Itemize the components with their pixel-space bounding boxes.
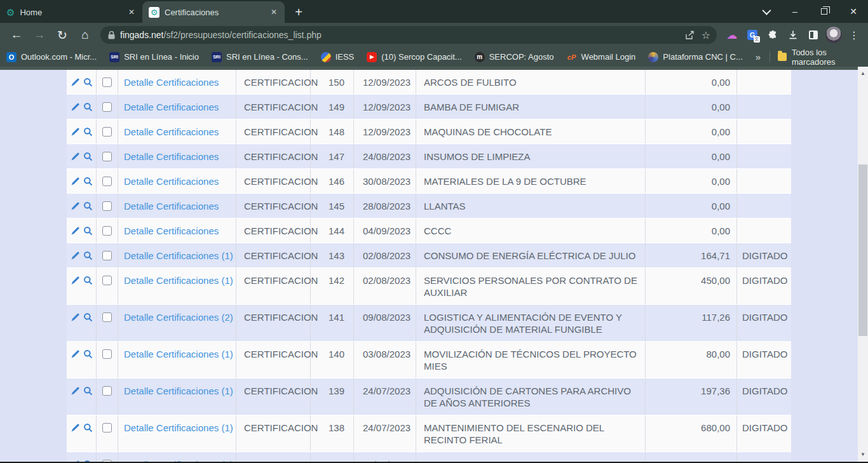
tab-close-icon[interactable]: ✕ [126,6,137,18]
view-magnifier-icon[interactable] [83,77,93,87]
view-magnifier-icon[interactable] [83,349,93,359]
view-magnifier-icon[interactable] [83,201,93,211]
edit-pencil-icon[interactable] [71,226,80,236]
back-button[interactable]: ← [7,25,26,44]
fecha-cell: 02/08/2023 [354,268,416,304]
weather-extension-icon[interactable]: ☁ [723,26,741,44]
bookmark-favicon [567,52,577,62]
share-icon[interactable] [681,27,698,43]
detail-certifications-link[interactable]: Detalle Certificaciones (1) [124,349,233,359]
bookmark-item[interactable]: SRI en Línea - Inicio [109,52,199,62]
detail-certifications-link[interactable]: Detalle Certificaciones (2) [124,312,233,323]
row-checkbox[interactable] [102,312,112,322]
edit-pencil-icon[interactable] [71,177,80,186]
bookmark-item[interactable]: (10) Sercop Capacit... [367,52,461,62]
valor-cell: 0,00 [646,70,737,94]
detail-certifications-link[interactable]: Detalle Certificaciones [124,126,219,137]
side-panel-icon[interactable] [804,26,822,44]
profile-avatar[interactable] [825,26,843,44]
bookmark-item[interactable]: Outlook.com - Micr... [6,52,97,62]
bookmark-item[interactable]: Webmail Login [567,52,636,62]
detail-certifications-link[interactable]: Detalle Certificaciones [124,151,219,162]
tab-certificaciones[interactable]: ⚙ Certificaciones ✕ [142,1,285,23]
bookmark-item[interactable]: IESS [321,52,355,62]
tab-home[interactable]: ⚙ Home ✕ [0,1,142,23]
descripcion-cell: CCCC [416,218,646,243]
row-checkbox[interactable] [102,251,112,260]
detail-certifications-link[interactable]: Detalle Certificaciones [124,102,219,112]
edit-pencil-icon[interactable] [71,312,80,322]
descripcion-cell: CONSUMO DE ENERGÍA ELÉCTRICA DE JULIO [416,243,646,267]
all-bookmarks-label[interactable]: Todos los marcadores [792,48,862,67]
home-button[interactable]: ⌂ [76,25,95,44]
reload-button[interactable]: ↻ [53,25,72,44]
edit-pencil-icon[interactable] [71,127,80,137]
close-button[interactable]: ✕ [839,0,868,23]
row-checkbox[interactable] [102,152,112,161]
row-checkbox-cell [97,268,118,304]
view-magnifier-icon[interactable] [83,276,93,285]
bookmark-item[interactable]: SRI en Línea - Cons... [212,52,308,62]
translate-extension-icon[interactable]: G [743,26,761,44]
view-magnifier-icon[interactable] [83,226,93,236]
window-controls: – ✕ [751,0,868,23]
row-checkbox[interactable] [102,386,112,396]
detail-certifications-link[interactable]: Detalle Certificaciones [124,201,219,211]
row-checkbox-cell [97,243,118,267]
view-magnifier-icon[interactable] [83,177,93,186]
detail-certifications-link[interactable]: Detalle Certificaciones (1) [124,386,233,396]
detail-certifications-link[interactable]: Detalle Certificaciones (1) [124,422,233,433]
estado-cell: DIGITADO [737,415,791,452]
detail-certifications-link[interactable]: Detalle Certificaciones [124,225,219,236]
downloads-icon[interactable] [784,26,802,44]
address-bar[interactable]: fingads.net/sf2/presupuesto/certificacio… [100,26,717,44]
view-magnifier-icon[interactable] [83,251,93,260]
detail-certifications-link[interactable]: Detalle Certificaciones (1) [124,275,233,286]
row-checkbox[interactable] [102,127,112,137]
edit-pencil-icon[interactable] [71,386,80,396]
bookmark-star-icon[interactable]: ☆ [698,27,714,43]
estado-cell: DIGITADO [737,342,791,378]
tab-search-chevron-icon[interactable] [751,0,780,23]
detail-certifications-link[interactable]: Detalle Certificaciones [124,77,219,88]
bookmark-item[interactable]: Plataforma CNC | C... [648,52,742,62]
view-magnifier-icon[interactable] [83,127,93,137]
tab-close-icon[interactable]: ✕ [268,6,280,18]
edit-pencil-icon[interactable] [71,349,80,359]
row-checkbox[interactable] [102,102,112,112]
edit-pencil-icon[interactable] [71,201,80,211]
row-checkbox[interactable] [102,423,112,433]
row-checkbox[interactable] [102,349,112,359]
edit-pencil-icon[interactable] [71,152,80,161]
scrollbar-thumb[interactable] [858,164,867,336]
edit-pencil-icon[interactable] [71,276,80,285]
scroll-up-arrow-icon[interactable]: ▲ [858,68,868,78]
edit-pencil-icon[interactable] [71,423,80,433]
row-checkbox[interactable] [102,226,112,236]
certifications-table: Detalle Certificaciones CERTIFICACION 15… [67,70,791,462]
view-magnifier-icon[interactable] [83,312,93,322]
view-magnifier-icon[interactable] [83,386,93,396]
bookmark-item[interactable]: SERCOP: Agosto [475,52,554,62]
view-magnifier-icon[interactable] [83,102,93,112]
edit-pencil-icon[interactable] [71,102,80,112]
scroll-down-arrow-icon[interactable]: ▼ [858,449,868,459]
view-magnifier-icon[interactable] [83,152,93,161]
minimize-button[interactable]: – [780,0,810,23]
detail-certifications-link[interactable]: Detalle Certificaciones [124,176,219,187]
new-tab-button[interactable]: + [290,3,308,21]
edit-pencil-icon[interactable] [71,77,80,87]
row-checkbox[interactable] [102,77,112,87]
row-checkbox[interactable] [102,276,112,285]
vertical-scrollbar[interactable]: ▲ ▼ [858,67,868,462]
browser-menu-icon[interactable]: ⋮ [845,26,863,44]
extensions-puzzle-icon[interactable] [764,26,782,44]
row-checkbox[interactable] [102,201,112,211]
edit-pencil-icon[interactable] [71,251,80,260]
bookmarks-overflow-icon[interactable]: » [756,51,761,62]
restore-button[interactable] [810,0,839,23]
detail-certifications-link[interactable]: Detalle Certificaciones (1) [124,250,233,261]
forward-button[interactable]: → [30,25,49,44]
view-magnifier-icon[interactable] [83,423,93,433]
row-checkbox[interactable] [102,177,112,186]
